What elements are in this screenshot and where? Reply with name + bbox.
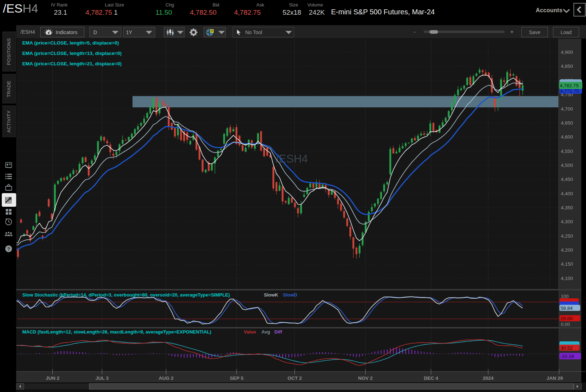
svg-text:MACD (fastLength=12, slowLengt: MACD (fastLength=12, slowLength=26, macd… [22,329,211,335]
svg-text:4,850: 4,850 [561,64,573,69]
svg-text:4,400: 4,400 [561,191,573,196]
svg-text:?: ? [7,246,10,252]
svg-text:20.00: 20.00 [561,316,573,321]
svg-text:4,771.75: 4,771.75 [560,88,579,94]
svg-text:4,200: 4,200 [561,247,573,253]
svg-text:4,150: 4,150 [561,261,573,267]
svg-text:4,350: 4,350 [561,205,573,210]
svg-text:DEC 4: DEC 4 [424,375,438,381]
svg-text:4,650: 4,650 [561,120,573,126]
svg-text:JUN 2: JUN 2 [46,375,59,381]
svg-text:0.00: 0.00 [561,322,570,327]
svg-text:OCT 2: OCT 2 [288,375,302,381]
svg-text:58.84: 58.84 [561,305,573,311]
svg-text:4,250: 4,250 [561,233,573,239]
svg-text:-10.19: -10.19 [560,354,574,359]
svg-text:Slow Stochastic (kPeriod=14, d: Slow Stochastic (kPeriod=14, dPeriod=3, … [22,292,230,298]
svg-text:4,100: 4,100 [561,276,573,281]
svg-text:4,700: 4,700 [561,106,573,112]
svg-text:EMA (price=CLOSE, length=13, d: EMA (price=CLOSE, length=13, displace=0) [22,51,122,56]
svg-text:Diff: Diff [274,329,282,335]
svg-text:4,600: 4,600 [561,134,573,140]
svg-text:AUG 2: AUG 2 [159,375,173,381]
svg-text:NOV 2: NOV 2 [358,375,373,381]
svg-text:Avg: Avg [261,329,270,335]
svg-text:EMA (price=CLOSE, length=21, d: EMA (price=CLOSE, length=21, displace=0) [22,61,122,66]
svg-text:100: 100 [561,294,569,299]
svg-text:2024: 2024 [483,375,494,381]
svg-text:JUL 3: JUL 3 [96,375,109,381]
svg-text:SlowK: SlowK [264,292,278,298]
svg-text:4,500: 4,500 [561,163,573,168]
svg-text:Value: Value [244,329,256,335]
svg-text:4,550: 4,550 [561,149,573,154]
svg-text:30.52: 30.52 [561,345,573,351]
svg-text:4,900: 4,900 [561,50,573,55]
svg-text:4,300: 4,300 [561,219,573,224]
svg-text:4,782.75: 4,782.75 [560,83,579,88]
svg-text:4,450: 4,450 [561,177,573,182]
svg-text:SEP 5: SEP 5 [230,375,244,381]
svg-text:SlowD: SlowD [283,292,297,298]
svg-text:EMA (price=CLOSE, length=5, di: EMA (price=CLOSE, length=5, displace=0) [22,40,119,46]
svg-text:JAN 29: JAN 29 [547,375,563,381]
